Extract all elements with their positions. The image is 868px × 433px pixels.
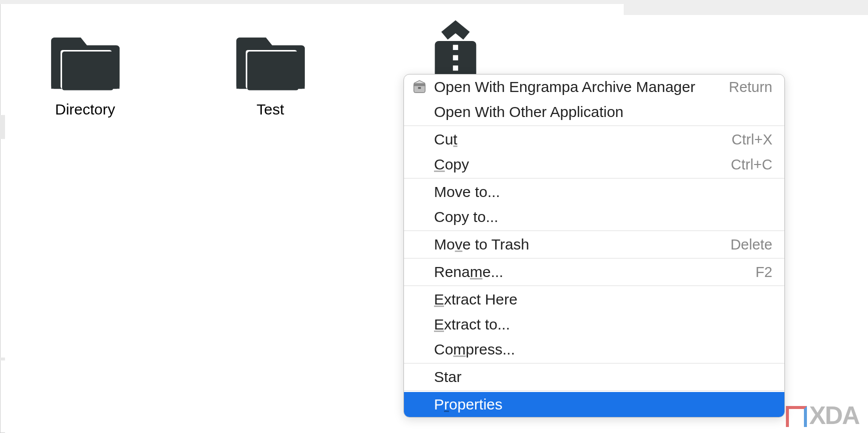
menu-item-extract-here[interactable]: Extract Here (404, 287, 784, 312)
menu-item-label: Open With Engrampa Archive Manager (434, 78, 729, 96)
file-icon-test[interactable]: Test (220, 19, 320, 118)
menu-item-shortcut: Return (729, 79, 772, 96)
menu-separator (404, 258, 784, 258)
menu-item-properties[interactable]: Properties (404, 392, 784, 417)
menu-item-star[interactable]: Star (404, 364, 784, 390)
menu-separator (404, 230, 784, 231)
menu-item-compress[interactable]: Compress... (404, 337, 784, 362)
svg-rect-7 (453, 66, 458, 70)
menu-item-shortcut: Ctrl+C (731, 156, 772, 173)
menu-item-shortcut: Ctrl+X (732, 132, 772, 148)
svg-rect-1 (62, 52, 113, 90)
menu-separator (404, 178, 784, 178)
context-menu: Open With Engrampa Archive ManagerReturn… (403, 74, 785, 418)
menu-item-label: Rename... (434, 264, 755, 280)
menu-item-label: Extract to... (434, 316, 772, 333)
watermark: XDA (786, 401, 859, 430)
menu-item-label: Copy (434, 156, 731, 173)
menu-item-copy-to[interactable]: Copy to... (404, 204, 784, 230)
menu-item-label: Copy to... (434, 208, 772, 226)
svg-rect-6 (453, 55, 458, 60)
watermark-logo-icon (786, 406, 807, 427)
menu-item-label: Move to... (434, 184, 772, 200)
menu-item-label: Star (434, 368, 772, 386)
svg-rect-5 (453, 45, 458, 50)
menu-item-label: Move to Trash (434, 236, 730, 253)
menu-separator (404, 286, 784, 286)
left-gutter-2 (0, 358, 5, 360)
menu-item-label: Open With Other Application (434, 104, 772, 120)
menu-item-open-with-engrampa-archive-manager[interactable]: Open With Engrampa Archive ManagerReturn (404, 74, 784, 100)
left-gutter (0, 115, 5, 139)
archive-app-icon (412, 80, 427, 94)
menu-item-move-to[interactable]: Move to... (404, 180, 784, 204)
menu-item-extract-to[interactable]: Extract to... (404, 312, 784, 337)
menu-item-label: Cut (434, 131, 732, 148)
svg-rect-10 (414, 84, 425, 86)
folder-icon (232, 19, 309, 96)
menu-separator (404, 363, 784, 364)
folder-icon (47, 19, 124, 96)
toolbar-strip (0, 0, 868, 4)
file-icon-directory[interactable]: Directory (35, 19, 135, 118)
menu-item-move-to-trash[interactable]: Move to TrashDelete (404, 232, 784, 257)
menu-item-cut[interactable]: CutCtrl+X (404, 127, 784, 152)
menu-item-rename[interactable]: Rename...F2 (404, 260, 784, 284)
menu-item-label: Extract Here (434, 291, 772, 308)
svg-rect-3 (247, 52, 298, 90)
file-label: Directory (51, 100, 119, 118)
menu-item-open-with-other-application[interactable]: Open With Other Application (404, 100, 784, 124)
menu-separator (404, 126, 784, 126)
menu-item-shortcut: F2 (755, 264, 772, 280)
menu-item-label: Compress... (434, 341, 772, 358)
watermark-text: XDA (809, 401, 859, 430)
file-label: Test (252, 100, 288, 118)
menu-item-copy[interactable]: CopyCtrl+C (404, 152, 784, 177)
svg-rect-11 (418, 87, 421, 89)
menu-item-shortcut: Delete (730, 236, 772, 253)
menu-item-label: Properties (434, 396, 772, 413)
menu-separator (404, 390, 784, 391)
